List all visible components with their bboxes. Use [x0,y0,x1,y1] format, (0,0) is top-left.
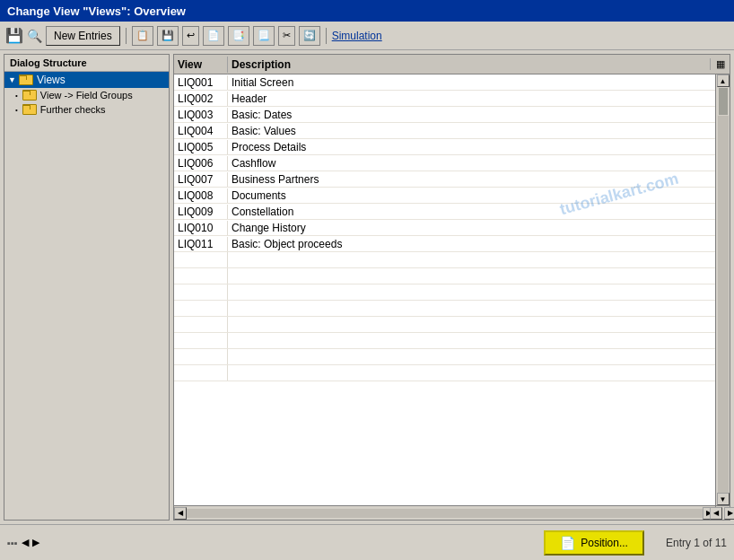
scrollbar-area: LIQ001 Initial Screen LIQ002 Header LIQ0… [174,74,730,505]
h-scroll-left-btn[interactable]: ◀ [174,507,187,520]
scroll-thumb[interactable] [719,88,728,115]
cell-desc-2: Basic: Dates [228,108,715,122]
cell-desc-6: Business Partners [228,172,715,187]
table-row[interactable]: LIQ007 Business Partners [174,171,715,188]
col-header-view: View [174,57,228,73]
h-scrollbar-corner: ◀ ▶ [715,506,730,520]
simulation-label[interactable]: Simulation [332,30,382,42]
cell-view-5: LIQ006 [174,156,228,171]
table-settings-icon[interactable]: ▦ [710,58,730,70]
cell-view-1: LIQ002 [174,92,228,106]
cell-desc-7: Documents [228,188,715,203]
separator-2 [326,28,327,44]
table-header: View Description ▦ [174,55,730,74]
h-scroll-track [187,509,703,518]
new-entries-button[interactable]: New Entries [46,26,120,46]
scroll-up-btn[interactable]: ▲ [717,74,730,87]
col-header-description: Description [228,57,710,73]
tree-item-further-checks[interactable]: • Further checks [4,102,169,117]
icon-4[interactable]: 📄 [203,26,224,46]
table-row[interactable]: LIQ005 Process Details [174,139,715,155]
h-scrollbar-area: ◀ ▶ ◀ ▶ [174,505,730,520]
separator-1 [126,28,127,44]
scroll-down-btn[interactable]: ▼ [717,493,730,505]
table-row[interactable]: LIQ001 Initial Screen [174,74,715,91]
cell-view-3: LIQ004 [174,124,228,138]
icon-3[interactable]: ↩ [182,26,199,46]
cell-desc-0: Initial Screen [228,75,715,90]
table-row[interactable]: LIQ011 Basic: Object proceeds [174,236,715,252]
table-row[interactable]: LIQ006 Cashflow [174,155,715,171]
tree-label-views: Views [37,74,66,86]
save-icon[interactable]: 💾 [5,27,23,44]
folder-icon-field-groups [22,91,35,101]
nav-left[interactable]: ◀ [22,537,29,548]
cell-view-9: LIQ010 [174,221,228,235]
table-row[interactable]: LIQ004 Basic: Values [174,123,715,139]
h-scroll-far-right[interactable]: ▶ [724,507,735,520]
icon-7[interactable]: ✂ [278,26,295,46]
cell-desc-8: Constellation [228,205,715,219]
empty-row [174,284,715,301]
bullet-field-groups: • [15,92,18,100]
table-row[interactable]: LIQ003 Basic: Dates [174,107,715,123]
bottom-icon: ▪▪▪ [7,538,18,548]
v-scrollbar: ▲ ▼ [715,74,730,505]
empty-row [174,333,715,349]
title-bar: Change View "Views": Overview [0,0,734,22]
icon-5[interactable]: 📑 [228,26,249,46]
table-row[interactable]: LIQ009 Constellation [174,204,715,220]
scroll-down-area [718,116,729,493]
cell-view-10: LIQ011 [174,237,228,251]
main-area: Dialog Structure ▼ Views • View -> Field… [0,50,734,524]
toolbar: 💾 🔍 New Entries 📋 💾 ↩ 📄 📑 📃 ✂ 🔄 Simulati… [0,22,734,50]
h-scroll-far-left[interactable]: ◀ [710,507,722,520]
cell-desc-9: Change History [228,221,715,235]
folder-icon-views [19,75,31,85]
table-row[interactable]: LIQ002 Header [174,91,715,107]
cell-desc-4: Process Details [228,140,715,154]
cell-view-8: LIQ009 [174,205,228,219]
tree-item-field-groups[interactable]: • View -> Field Groups [4,88,169,102]
left-panel: Dialog Structure ▼ Views • View -> Field… [4,54,170,521]
cell-desc-5: Cashflow [228,156,715,171]
table-body: LIQ001 Initial Screen LIQ002 Header LIQ0… [174,74,715,505]
cell-desc-1: Header [228,92,715,106]
entry-count: Entry 1 of 11 [666,537,727,549]
cell-desc-10: Basic: Object proceeds [228,237,715,251]
find-icon[interactable]: 🔍 [27,29,42,43]
right-panel: View Description ▦ LIQ001 Initial Screen… [173,54,730,521]
position-button[interactable]: 📄 Position... [544,530,644,556]
tree-item-views[interactable]: ▼ Views [4,72,169,88]
left-panel-title: Dialog Structure [4,55,169,72]
nav-right[interactable]: ▶ [32,537,39,548]
empty-row [174,301,715,317]
window-title: Change View "Views": Overview [7,4,186,18]
empty-row [174,252,715,268]
position-icon: 📄 [560,536,575,550]
bullet-further-checks: • [15,106,18,114]
empty-row [174,317,715,333]
tree-label-field-groups: View -> Field Groups [40,90,133,101]
empty-row [174,268,715,284]
empty-rows [174,252,715,381]
folder-icon-further-checks [22,105,35,115]
cell-desc-3: Basic: Values [228,124,715,138]
table-row[interactable]: LIQ010 Change History [174,220,715,236]
icon-8[interactable]: 🔄 [299,26,320,46]
cell-view-0: LIQ001 [174,75,228,90]
cell-view-2: LIQ003 [174,108,228,122]
icon-2[interactable]: 💾 [157,26,179,46]
bottom-left-controls: ▪▪▪ ◀ ▶ [7,537,39,548]
h-scrollbar: ◀ ▶ [174,506,715,520]
icon-6[interactable]: 📃 [253,26,275,46]
table-row[interactable]: LIQ008 Documents [174,188,715,204]
cell-view-4: LIQ005 [174,140,228,154]
bottom-bar: ▪▪▪ ◀ ▶ 📄 Position... Entry 1 of 11 [0,524,734,560]
tree-label-further-checks: Further checks [40,104,106,115]
cell-view-6: LIQ007 [174,172,228,187]
cell-view-7: LIQ008 [174,188,228,203]
tree-arrow-views: ▼ [8,75,16,84]
icon-1[interactable]: 📋 [132,26,153,46]
empty-row [174,365,715,381]
